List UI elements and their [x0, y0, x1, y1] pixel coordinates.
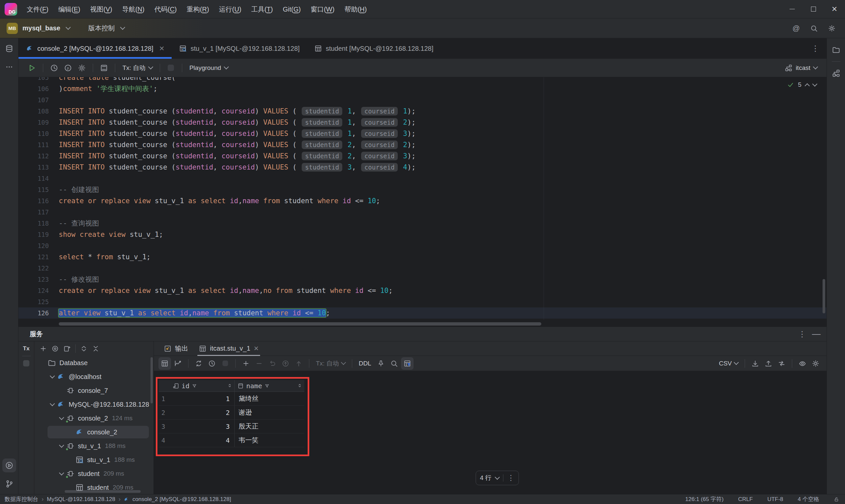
code-line-121[interactable]: 121select * from stu_v_1; [18, 251, 827, 263]
export-data-button[interactable] [749, 357, 761, 370]
history-button[interactable] [48, 62, 60, 74]
stop-button[interactable] [165, 62, 177, 74]
code-line-119[interactable]: 119show create view stu_v_1; [18, 229, 827, 240]
tree-node-MySQL-@192.168.128.128[interactable]: MySQL-@192.168.128.128 [34, 397, 154, 411]
menu-item-8[interactable]: Git(G) [278, 3, 306, 16]
panel-hide-button[interactable]: — [812, 329, 821, 339]
breadcrumb-item-1[interactable]: MySQL-@192.168.128.128 [47, 496, 115, 503]
commit-button[interactable] [279, 357, 292, 370]
tree-node-console_2[interactable]: console_2 [34, 425, 154, 439]
tree-vertical-scrollbar[interactable] [151, 357, 153, 403]
tree-node-console_2[interactable]: console_2124 ms [34, 411, 154, 425]
playground-mode-select[interactable]: Playground [187, 64, 231, 72]
result-tx-select[interactable]: Tx: 自动 [313, 359, 348, 368]
lock-icon[interactable] [834, 497, 839, 502]
code-line-111[interactable]: 111INSERT INTO student_course (studentid… [18, 139, 827, 150]
column-header-id[interactable]: id [170, 382, 234, 390]
ddl-button[interactable]: DDL [356, 360, 374, 367]
grid-row-1[interactable]: 11黛绮丝 [159, 392, 304, 406]
code-line-123[interactable]: 123-- 修改视图 [18, 274, 827, 285]
code-line-124[interactable]: 124create or replace view stu_v_1 as sel… [18, 285, 827, 296]
minimize-button[interactable] [781, 0, 803, 18]
menu-item-10[interactable]: 帮助(H) [339, 3, 372, 16]
menu-item-1[interactable]: 编辑(E) [53, 3, 86, 16]
refresh-button[interactable] [192, 357, 205, 370]
code-line-115[interactable]: 115-- 创建视图 [18, 184, 827, 195]
cell-id[interactable]: 1 [170, 395, 234, 403]
schema-switcher[interactable]: itcast [785, 64, 821, 72]
menu-item-3[interactable]: 导航(N) [117, 3, 149, 16]
tree-node-stu_v_1[interactable]: stu_v_1188 ms [34, 453, 154, 467]
breadcrumb-item-0[interactable]: 数据库控制台 [5, 496, 38, 503]
code-line-108[interactable]: 108INSERT INTO student_course (studentid… [18, 106, 827, 117]
add-row-button[interactable] [240, 357, 252, 370]
panel-options-button[interactable]: ⋮ [798, 329, 806, 339]
project-selector[interactable]: mysql_base [22, 24, 70, 32]
chart-view-button[interactable] [172, 357, 184, 370]
menu-item-5[interactable]: 重构(R) [182, 3, 214, 16]
tx-mode-select[interactable]: Tx: 自动 [120, 64, 155, 72]
submit-button[interactable] [293, 357, 305, 370]
column-header-name[interactable]: name [234, 380, 304, 392]
close-icon[interactable]: ✕ [159, 44, 165, 52]
ai-assistant-button[interactable]: @ [790, 22, 803, 35]
pager-options-button[interactable]: ⋮ [507, 474, 515, 482]
expand-all-button[interactable] [78, 343, 89, 354]
editor-tab-1[interactable]: stu_v_1 [MySQL-@192.168.128.128] [172, 38, 307, 59]
tree-node-student[interactable]: student209 ms [34, 467, 154, 481]
menu-item-0[interactable]: 文件(F) [22, 3, 53, 16]
grid-row-3[interactable]: 33殷天正 [159, 419, 304, 433]
cell-name[interactable]: 黛绮丝 [234, 392, 304, 406]
collapse-all-button[interactable] [90, 343, 101, 354]
tree-node-stu_v_1[interactable]: stu_v_1188 ms [34, 439, 154, 453]
auto-refresh-button[interactable] [206, 357, 218, 370]
editor-tab-2[interactable]: student [MySQL-@192.168.128.128] [307, 38, 441, 59]
revert-button[interactable] [266, 357, 279, 370]
tree-node-Database[interactable]: Database [34, 356, 154, 370]
code-line-107[interactable]: 107 [18, 94, 827, 106]
tx-filter-button[interactable]: Tx [23, 345, 30, 352]
editor-vertical-scrollbar[interactable] [823, 279, 825, 313]
close-button[interactable]: ✕ [824, 0, 845, 18]
code-line-112[interactable]: 112INSERT INTO student_course (studentid… [18, 150, 827, 162]
menu-item-4[interactable]: 代码(C) [149, 3, 182, 16]
code-line-125[interactable]: 125 [18, 296, 827, 307]
result-tab-1[interactable]: itcast.stu_v_1✕ [194, 341, 263, 356]
parameters-button[interactable]: p [62, 62, 74, 74]
menu-item-9[interactable]: 窗口(W) [306, 3, 339, 16]
structure-toolwindow-button[interactable] [829, 66, 843, 80]
code-line-113[interactable]: 113INSERT INTO student_course (studentid… [18, 162, 827, 173]
chevron-down-icon[interactable] [59, 415, 64, 420]
cell-id[interactable]: 2 [170, 409, 234, 417]
menu-item-7[interactable]: 工具(T) [246, 3, 278, 16]
console-settings-button[interactable] [75, 62, 88, 74]
code-line-105[interactable]: 105create table student_course( [18, 77, 827, 83]
chevron-down-icon[interactable] [50, 401, 55, 406]
import-data-button[interactable] [762, 357, 775, 370]
encoding-widget[interactable]: UTF-8 [768, 496, 783, 503]
pager-widget[interactable]: 4 行 ⋮ [476, 471, 519, 485]
database-explorer-button[interactable] [2, 41, 16, 55]
caret-position-widget[interactable]: 126:1 (65 字符) [685, 496, 723, 503]
code-line-114[interactable]: 114 [18, 173, 827, 184]
breadcrumb-item-2[interactable]: console_2 [MySQL-@192.168.128.128] [133, 496, 231, 503]
cell-name[interactable]: 韦一笑 [234, 433, 304, 447]
cell-name[interactable]: 谢逊 [234, 406, 304, 419]
result-tab-0[interactable]: 输出 [159, 341, 193, 356]
grid-row-2[interactable]: 22谢逊 [159, 406, 304, 419]
code-line-118[interactable]: 118-- 查询视图 [18, 218, 827, 229]
editor-horizontal-scrollbar[interactable] [59, 322, 541, 326]
stop-refresh-button[interactable] [219, 357, 231, 370]
chevron-down-icon[interactable] [59, 442, 64, 448]
prev-problem-icon[interactable] [805, 83, 810, 88]
files-toolwindow-button[interactable] [829, 43, 843, 57]
breadcrumb[interactable]: 数据库控制台›MySQL-@192.168.128.128›console_2 … [5, 496, 231, 503]
result-grid[interactable]: idname11黛绮丝22谢逊33殷天正44韦一笑 [159, 380, 304, 447]
inspection-widget[interactable]: 5 [787, 81, 816, 88]
code-line-116[interactable]: 116create or replace view stu_v_1 as sel… [18, 195, 827, 206]
indent-widget[interactable]: 4 个空格 [798, 496, 819, 503]
code-line-109[interactable]: 109INSERT INTO student_course (studentid… [18, 117, 827, 128]
menu-item-6[interactable]: 运行(U) [214, 3, 246, 16]
tab-options-button[interactable]: ⋮ [811, 38, 827, 59]
code-editor[interactable]: 105create table student_course(106)comme… [18, 77, 827, 326]
